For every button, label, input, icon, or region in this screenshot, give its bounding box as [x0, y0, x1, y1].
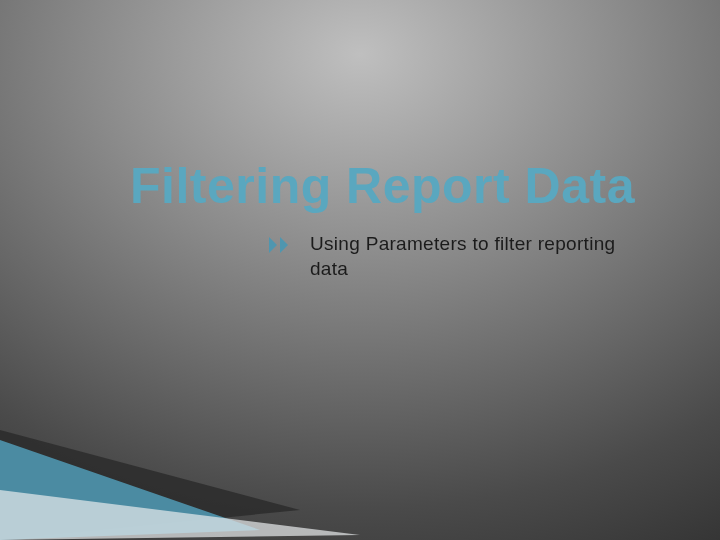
- slide-title: Filtering Report Data: [130, 160, 700, 213]
- slide: Filtering Report Data Using Parameters t…: [0, 0, 720, 540]
- svg-marker-2: [0, 490, 360, 540]
- double-chevron-right-icon: [268, 236, 296, 254]
- svg-marker-1: [0, 440, 260, 540]
- svg-marker-0: [0, 430, 300, 540]
- decorative-wedge: [0, 340, 380, 540]
- slide-subtitle: Using Parameters to filter reporting dat…: [310, 232, 620, 281]
- subtitle-block: Using Parameters to filter reporting dat…: [268, 232, 620, 281]
